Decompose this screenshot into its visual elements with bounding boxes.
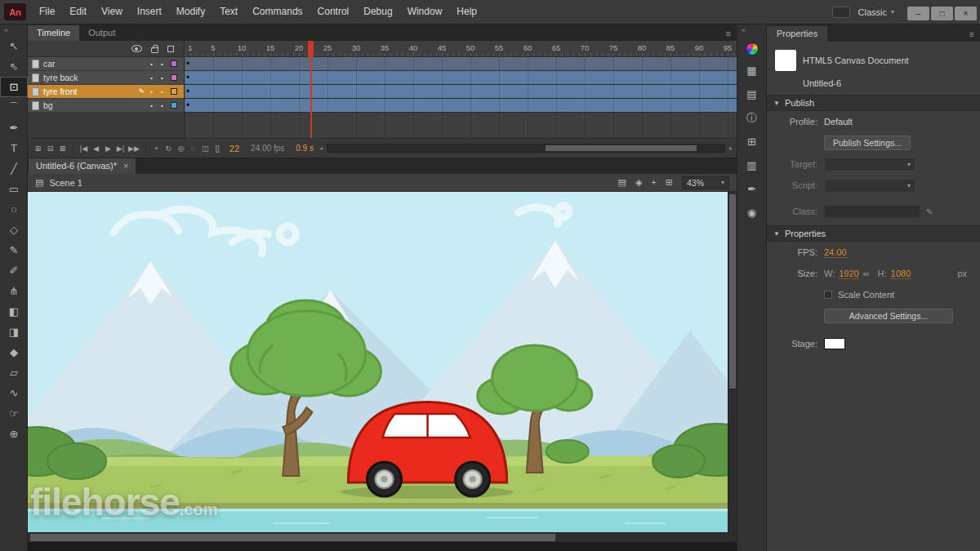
timeline-h-scrollbar[interactable] [327,144,725,153]
menu-item-window[interactable]: Window [400,0,450,24]
go-to-last-frame-icon[interactable]: ▶▶ [127,142,141,155]
zoom-select[interactable]: 43% ▾ [682,176,729,189]
delete-layer-icon[interactable]: ⊠ [56,142,69,155]
document-tab[interactable]: Untitled-6 (Canvas)* × [29,158,136,174]
layer-visibility-dot[interactable]: • [146,88,157,96]
step-back-icon[interactable]: ◀ [90,142,102,155]
class-input[interactable] [824,205,920,218]
menu-item-insert[interactable]: Insert [130,0,169,24]
layer-lock-dot[interactable]: • [157,74,167,82]
frame-rows[interactable]: •••• [185,57,737,113]
show-hide-all-layers-icon[interactable] [131,45,142,52]
menu-item-file[interactable]: File [32,0,62,24]
lasso-tool[interactable]: ⌒ [0,97,28,118]
edit-symbols-icon[interactable]: ◈ [635,177,642,188]
width-tool[interactable]: ∿ [0,383,28,403]
hand-tool[interactable]: ☞ [0,403,28,424]
new-folder-icon[interactable]: ⊟ [44,142,56,155]
text-tool[interactable]: T [0,138,28,158]
stage-canvas[interactable] [28,192,728,532]
library-icon[interactable]: ▥ [743,157,761,174]
menu-item-modify[interactable]: Modify [169,0,212,24]
frame-span-bg[interactable]: • [185,99,737,113]
subselection-tool[interactable]: ⇖ [0,56,28,77]
stage-h-scrollbar-thumb[interactable] [30,534,555,541]
layer-outline-color[interactable] [171,74,177,81]
layer-row-tyre-front[interactable]: tyre front✎•• [28,85,184,99]
center-frame-icon[interactable]: + [150,142,163,155]
free-transform-tool[interactable]: ⊡ [0,77,28,97]
tab-timeline[interactable]: Timeline [28,25,79,41]
advanced-settings-button[interactable]: Advanced Settings... [824,309,953,323]
publish-section-header[interactable]: ▼ Publish [767,95,980,111]
layer-outline-color[interactable] [171,88,177,95]
collapse-panel-icon[interactable]: « [0,24,27,36]
scene-name[interactable]: Scene 1 [49,178,82,188]
menu-item-text[interactable]: Text [212,0,245,24]
layer-visibility-dot[interactable]: • [146,74,157,82]
timeline-panel-menu-icon[interactable]: ≡ [720,29,737,41]
width-value[interactable]: 1920 [839,269,858,279]
scroll-right-icon[interactable]: ▸ [729,144,733,152]
ink-bottle-tool[interactable]: ◨ [0,322,28,342]
timeline-frames-area[interactable]: 15101520253035404550556065707580859095 •… [185,41,737,138]
fps-value[interactable]: 24.00 [824,247,847,258]
motion-presets-icon[interactable]: ◉ [743,204,761,221]
layer-visibility-dot[interactable]: • [146,102,157,109]
timeline-ruler[interactable]: 15101520253035404550556065707580859095 [185,41,737,57]
polystar-tool[interactable]: ◇ [0,220,28,240]
menu-item-view[interactable]: View [94,0,130,24]
target-select[interactable]: ▾ [824,158,915,171]
line-tool[interactable]: ╱ [0,158,28,179]
layer-row-car[interactable]: car•• [28,57,184,71]
frame-rate-value[interactable]: 24.00 fps [251,144,284,153]
layer-outline-color[interactable] [171,60,177,67]
properties-panel-menu-icon[interactable]: ≡ [964,29,980,42]
rectangle-tool[interactable]: ▭ [0,179,28,199]
paint-bucket-tool[interactable]: ◧ [0,301,28,322]
current-frame-value[interactable]: 22 [229,144,239,153]
tab-properties[interactable]: Properties [767,26,827,42]
step-forward-icon[interactable]: ▶| [114,142,127,155]
cc-libraries-icon[interactable]: ▤ [743,86,761,103]
new-layer-icon[interactable]: ⊞ [32,142,44,155]
scroll-left-icon[interactable]: ◂ [319,144,323,152]
properties-section-header[interactable]: ▼ Properties [767,225,980,242]
stage-v-scrollbar[interactable] [728,192,737,532]
script-select[interactable]: ▾ [824,179,915,193]
height-value[interactable]: 1080 [891,269,911,279]
layer-outline-color[interactable] [171,102,177,109]
publish-settings-button[interactable]: Publish Settings... [824,136,911,150]
zoom-tool[interactable]: ⊕ [0,424,28,444]
edit-class-pencil-icon[interactable]: ✎ [926,207,933,216]
close-button[interactable]: × [955,7,977,20]
tab-output[interactable]: Output [79,25,124,41]
edit-scene-icon[interactable]: ▤ [617,177,626,188]
adobe-color-icon[interactable] [746,42,759,56]
outline-all-layers-icon[interactable] [167,46,174,52]
timeline-h-scrollbar-thumb[interactable] [546,145,697,151]
eraser-tool[interactable]: ▱ [0,362,28,383]
lock-all-layers-icon[interactable] [151,47,158,53]
layer-visibility-dot[interactable]: • [146,60,157,68]
eyedropper-tool[interactable]: ◆ [0,342,28,362]
play-icon[interactable]: ▶ [102,142,114,155]
layer-row-tyre-back[interactable]: tyre back•• [28,71,184,85]
brush-tool[interactable]: ✐ [0,260,28,281]
swatches-icon[interactable]: ▦ [743,62,761,79]
link-dimensions-icon[interactable]: ∞ [863,269,870,278]
go-to-first-frame-icon[interactable]: |◀ [78,142,90,155]
stage-v-scrollbar-thumb[interactable] [729,194,736,389]
center-stage-icon[interactable]: + [651,177,656,188]
frame-span-tyre-back[interactable]: • [185,71,737,85]
frame-span-car[interactable]: • [185,57,737,71]
brush-library-icon[interactable]: ✒ [743,180,761,198]
bone-tool[interactable]: ⋔ [0,281,28,301]
edit-multiple-frames-icon[interactable]: ◫ [199,142,212,155]
minimize-button[interactable]: – [907,7,929,20]
modify-markers-icon[interactable]: [] [212,142,224,155]
playhead[interactable] [308,41,314,57]
close-icon[interactable]: × [123,161,128,171]
stage-h-scrollbar[interactable] [28,532,728,542]
menu-item-commands[interactable]: Commands [245,0,310,24]
